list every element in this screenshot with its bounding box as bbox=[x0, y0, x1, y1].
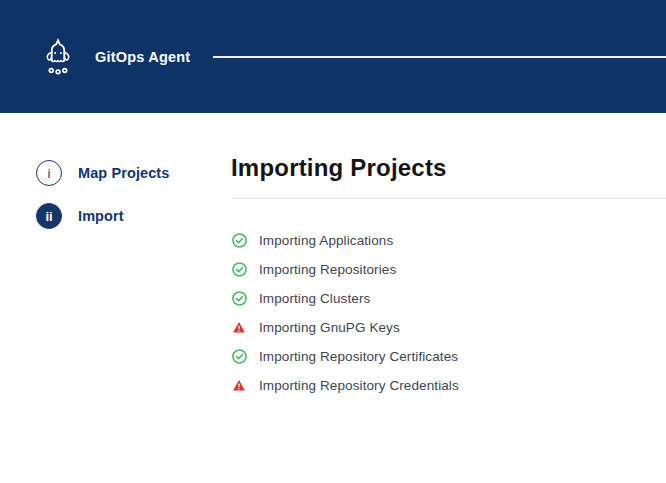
step-label: Import bbox=[78, 208, 124, 224]
import-item-label: Importing Repositories bbox=[259, 262, 396, 277]
gitops-squid-logo-icon bbox=[40, 35, 76, 79]
import-item-label: Importing Repository Certificates bbox=[259, 349, 458, 364]
status-icon bbox=[231, 262, 247, 278]
import-item-label: Importing Applications bbox=[259, 233, 393, 248]
import-status-row: Importing GnuPG Keys bbox=[231, 313, 666, 342]
status-icon bbox=[231, 233, 247, 249]
wizard-steps-sidebar: i Map Projects ii Import bbox=[0, 113, 231, 483]
status-icon bbox=[231, 320, 247, 336]
check-circle-icon bbox=[232, 291, 247, 306]
import-status-list: Importing Applications Importing Reposit… bbox=[231, 226, 666, 400]
page-body: i Map Projects ii Import Importing Proje… bbox=[0, 113, 666, 483]
import-item-label: Importing Repository Credentials bbox=[259, 378, 459, 393]
page-title: Importing Projects bbox=[231, 153, 666, 183]
title-divider-line bbox=[231, 198, 666, 199]
import-status-row: Importing Repository Credentials bbox=[231, 371, 666, 400]
import-status-row: Importing Clusters bbox=[231, 284, 666, 313]
sidebar-step-import[interactable]: ii Import bbox=[36, 203, 231, 229]
app-header: GitOps Agent bbox=[0, 0, 666, 113]
status-icon bbox=[231, 291, 247, 307]
check-circle-icon bbox=[232, 233, 247, 248]
status-icon bbox=[231, 378, 247, 394]
step-number-badge: i bbox=[36, 160, 62, 186]
import-status-row: Importing Repositories bbox=[231, 255, 666, 284]
check-circle-icon bbox=[232, 262, 247, 277]
import-status-row: Importing Applications bbox=[231, 226, 666, 255]
check-circle-icon bbox=[232, 349, 247, 364]
warning-triangle-icon bbox=[232, 321, 246, 334]
step-label: Map Projects bbox=[78, 165, 169, 181]
status-icon bbox=[231, 349, 247, 365]
import-status-row: Importing Repository Certificates bbox=[231, 342, 666, 371]
warning-triangle-icon bbox=[232, 379, 246, 392]
import-item-label: Importing Clusters bbox=[259, 291, 370, 306]
app-title: GitOps Agent bbox=[95, 49, 190, 65]
sidebar-step-map-projects[interactable]: i Map Projects bbox=[36, 160, 231, 186]
header-divider-line bbox=[213, 56, 666, 58]
import-item-label: Importing GnuPG Keys bbox=[259, 320, 400, 335]
main-content: Importing Projects Importing Applic bbox=[231, 113, 666, 483]
step-number-badge: ii bbox=[36, 203, 62, 229]
